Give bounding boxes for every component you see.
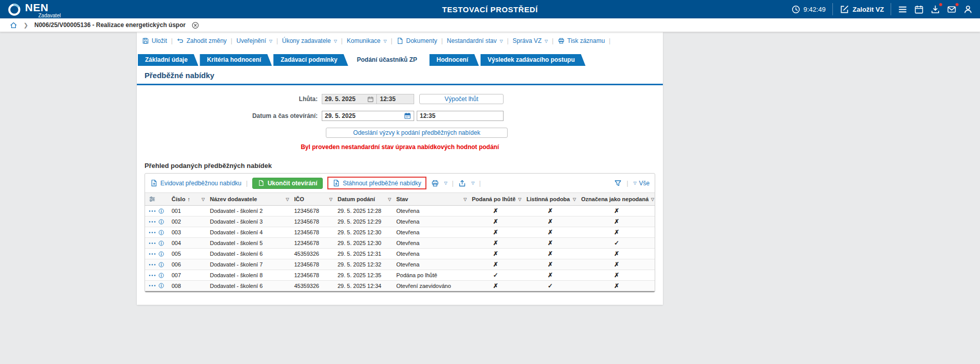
column-filter-icon[interactable]: ▽ xyxy=(651,197,654,202)
table-row[interactable]: 001 Dodavatel - školení 2 12345678 29. 5… xyxy=(145,206,655,216)
column-header[interactable]: Číslo↑▽ xyxy=(168,193,206,206)
export-icon[interactable] xyxy=(458,179,466,187)
download-prelim-bids-button[interactable]: Stáhnout předběžné nabídky xyxy=(332,179,421,187)
table-row[interactable]: 002 Dodavatel - školení 3 12345678 29. 5… xyxy=(145,216,655,227)
column-header[interactable]: Název dodavatele▽ xyxy=(206,193,291,206)
deadline-datetime-field[interactable]: 29. 5. 2025 12:35 xyxy=(322,94,414,104)
info-icon[interactable] xyxy=(158,272,164,279)
cell-ico: 12345678 xyxy=(291,227,334,238)
row-actions-icon[interactable] xyxy=(149,274,156,277)
row-actions-icon[interactable] xyxy=(149,253,156,255)
send-invite-button[interactable]: Odeslání výzvy k podání předběžných nabí… xyxy=(326,128,508,138)
section-title: Předběžné nabídky xyxy=(145,71,214,80)
toolbar-item[interactable]: Zahodit změny xyxy=(177,37,227,44)
row-tools-cell xyxy=(145,206,168,216)
toolbar-item-label: Správa VZ xyxy=(513,37,542,44)
row-actions-icon[interactable] xyxy=(149,284,156,287)
calendar-icon[interactable] xyxy=(367,96,374,103)
row-actions-icon[interactable] xyxy=(149,263,156,266)
column-header[interactable]: Podaná po lhůtě▽ xyxy=(468,193,523,206)
toolbar-item[interactable]: Úkony zadavatele ▽ xyxy=(282,37,337,44)
nen-brand[interactable]: NEN Zadavatel xyxy=(7,1,61,18)
toolbar-item[interactable]: Uložit xyxy=(142,37,167,44)
info-icon[interactable] xyxy=(158,261,164,268)
toolbar-item[interactable]: Správa VZ ▽ xyxy=(513,37,548,44)
column-filter-icon[interactable]: ▽ xyxy=(286,197,289,202)
chevron-down-icon[interactable]: ▽ xyxy=(471,181,474,185)
filter-icon[interactable] xyxy=(614,179,622,187)
filter-all-button[interactable]: ▽ Vše xyxy=(633,180,650,187)
toolbar-item[interactable]: Dokumenty xyxy=(396,37,437,44)
table-row[interactable]: 007 Dodavatel - školení 8 12345678 29. 5… xyxy=(145,270,655,281)
cell-status: Otevřena xyxy=(393,259,468,270)
cell-late: ✗ xyxy=(468,216,523,227)
info-icon[interactable] xyxy=(158,282,164,289)
grid-title: Přehled podaných předběžných nabídek xyxy=(145,162,663,169)
doc-download-icon xyxy=(332,179,340,187)
table-row[interactable]: 003 Dodavatel - školení 4 12345678 29. 5… xyxy=(145,227,655,238)
column-filter-icon[interactable]: ▽ xyxy=(388,197,391,202)
calendar-picker-icon[interactable] xyxy=(404,112,411,119)
create-vz-button[interactable]: Založit VZ xyxy=(840,5,884,14)
cell-number: 004 xyxy=(168,238,206,249)
column-header[interactable]: Listinná podoba▽ xyxy=(523,193,578,206)
column-filter-icon[interactable]: ▽ xyxy=(329,197,332,202)
toolbar-item[interactable]: Nestandardní stav ▽ xyxy=(447,37,503,44)
user-icon[interactable] xyxy=(963,5,973,14)
toolbar-separator: | xyxy=(171,37,173,44)
column-header[interactable]: IČO▽ xyxy=(291,193,334,206)
column-filter-icon[interactable]: ▽ xyxy=(518,197,521,202)
home-icon[interactable] xyxy=(10,21,17,29)
opening-time-field[interactable]: 12:35 xyxy=(417,111,504,121)
notification-badge xyxy=(955,3,959,7)
cell-supplier: Dodavatel - školení 7 xyxy=(206,259,291,270)
column-header[interactable]: Stav▽ xyxy=(393,193,468,206)
table-row[interactable]: 006 Dodavatel - školení 7 12345678 29. 5… xyxy=(145,259,655,270)
opening-date-field[interactable]: 29. 5. 2025 xyxy=(322,111,414,121)
row-actions-icon[interactable] xyxy=(149,231,156,234)
close-record-icon[interactable] xyxy=(192,21,199,29)
cell-number: 007 xyxy=(168,270,206,281)
grid-settings-icon xyxy=(149,196,156,203)
calendar-icon[interactable] xyxy=(914,5,924,14)
info-icon[interactable] xyxy=(158,251,164,257)
print-icon[interactable] xyxy=(431,179,439,187)
row-actions-icon[interactable] xyxy=(149,221,156,223)
tab[interactable]: Výsledek zadávacího postupu xyxy=(481,54,586,66)
toolbar-item[interactable]: Uveřejnění ▽ xyxy=(236,37,272,44)
info-icon[interactable] xyxy=(158,240,164,247)
tab[interactable]: Zadávací podmínky xyxy=(273,54,348,66)
column-filter-icon[interactable]: ▽ xyxy=(464,197,467,202)
row-actions-icon[interactable] xyxy=(149,210,156,212)
download-icon[interactable] xyxy=(930,5,940,14)
menu-icon[interactable] xyxy=(898,5,907,14)
table-row[interactable]: 008 Dodavatel - školení 6 45359326 29. 5… xyxy=(145,281,655,292)
calc-deadlines-button[interactable]: Výpočet lhůt xyxy=(419,94,504,104)
info-icon[interactable] xyxy=(158,208,164,214)
column-header[interactable] xyxy=(145,193,168,206)
tab[interactable]: Podání účastníků ZP xyxy=(350,54,428,66)
column-header[interactable]: Označena jako nepodaná▽ xyxy=(578,193,655,206)
tab[interactable]: Základní údaje xyxy=(138,54,198,66)
info-icon[interactable] xyxy=(158,219,164,225)
tab[interactable]: Hodnocení xyxy=(429,54,479,66)
toolbar-item[interactable]: Tisk záznamu xyxy=(558,37,605,44)
mail-icon[interactable] xyxy=(947,5,957,14)
register-prelim-bid-button[interactable]: Evidovat předběžnou nabídku xyxy=(150,179,242,187)
cell-supplier: Dodavatel - školení 4 xyxy=(206,227,291,238)
info-icon[interactable] xyxy=(158,229,164,236)
column-filter-icon[interactable]: ▽ xyxy=(202,197,205,202)
cell-submitted: 29. 5. 2025 12:34 xyxy=(334,281,393,292)
tab[interactable]: Kritéria hodnocení xyxy=(200,54,272,66)
column-filter-icon[interactable]: ▽ xyxy=(573,197,576,202)
toolbar-item[interactable]: Komunikace ▽ xyxy=(347,37,387,44)
print-icon xyxy=(558,37,565,44)
row-actions-icon[interactable] xyxy=(149,242,156,245)
breadcrumb-record[interactable]: N006/25/V00005136 - Realizace energetick… xyxy=(34,21,185,29)
column-header[interactable]: Datum podání▽ xyxy=(334,193,393,206)
table-row[interactable]: 004 Dodavatel - školení 5 12345678 29. 5… xyxy=(145,238,655,249)
toolbar-separator: | xyxy=(441,37,443,44)
end-opening-button[interactable]: Ukončit otevírání xyxy=(252,178,323,189)
table-row[interactable]: 005 Dodavatel - školení 6 45359326 29. 5… xyxy=(145,249,655,259)
chevron-down-icon[interactable]: ▽ xyxy=(444,181,447,185)
